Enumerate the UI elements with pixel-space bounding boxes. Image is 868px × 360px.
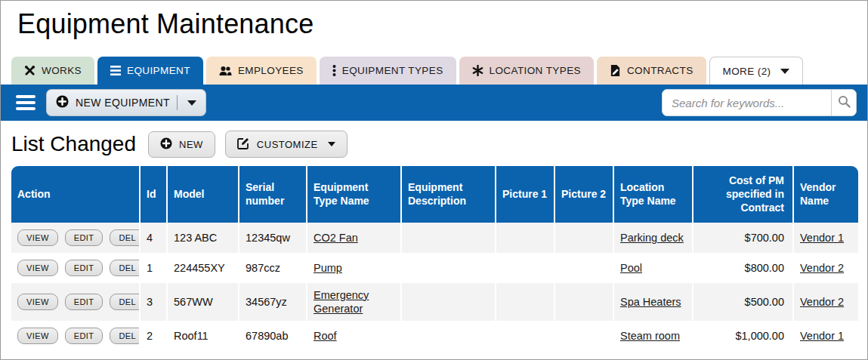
del-button[interactable]: DEL	[110, 260, 141, 276]
view-button[interactable]: VIEW	[17, 260, 58, 276]
new-equipment-label: NEW EQUIPMENT	[76, 97, 170, 109]
col-picture-2: Picture 2	[555, 166, 614, 223]
col-cost-of-pm: Cost of PM specified in Contract	[693, 166, 794, 223]
edit-button[interactable]: EDIT	[65, 229, 103, 246]
tab-location-types[interactable]: LOCATION TYPES	[459, 57, 594, 85]
cell-picture2	[555, 253, 614, 283]
tab-more[interactable]: MORE (2)	[709, 57, 803, 85]
plus-circle-icon	[56, 95, 69, 110]
cell-description	[402, 223, 496, 253]
tab-label: EQUIPMENT TYPES	[342, 65, 443, 76]
equipment-type-link[interactable]: Emergency Generator	[314, 289, 369, 315]
list-title: List Changed	[11, 132, 136, 156]
tab-label: LOCATION TYPES	[490, 65, 581, 76]
tab-bar: WORKS EQUIPMENT EMPLOYEES EQUIPMENT TYPE…	[11, 57, 867, 85]
col-vendor-name: Vendor Name	[794, 166, 858, 223]
tab-label: EMPLOYEES	[238, 65, 304, 76]
location-type-link[interactable]: Parking deck	[620, 232, 684, 244]
edit-square-icon	[237, 137, 250, 152]
cell-picture1	[496, 223, 555, 253]
cell-serial: 12345qw	[239, 223, 307, 253]
new-button-label: NEW	[179, 139, 203, 150]
vendor-link[interactable]: Vendor 2	[800, 296, 844, 308]
cell-cost: $700.00	[693, 223, 794, 253]
search-box	[662, 89, 857, 116]
tab-employees[interactable]: EMPLOYEES	[206, 57, 317, 85]
contract-icon	[610, 65, 621, 76]
location-type-link[interactable]: Spa Heaters	[620, 296, 681, 308]
cell-model: 567WW	[168, 283, 239, 321]
new-equipment-button[interactable]: NEW EQUIPMENT	[46, 89, 206, 116]
table-header: Action Id Model Serial number Equipment …	[11, 166, 858, 223]
view-button[interactable]: VIEW	[17, 328, 58, 344]
edit-button[interactable]: EDIT	[65, 294, 103, 310]
cell-picture1	[496, 321, 555, 351]
customize-button-label: CUSTOMIZE	[257, 139, 318, 150]
cell-picture2	[555, 321, 614, 351]
new-button[interactable]: NEW	[148, 131, 215, 158]
vendor-link[interactable]: Vendor 2	[800, 262, 844, 274]
col-equipment-type-name: Equipment Type Name	[307, 166, 402, 223]
cell-picture1	[496, 253, 555, 283]
equipment-type-link[interactable]: CO2 Fan	[314, 232, 358, 244]
table-row: VIEW EDIT DEL 4 123 ABC 12345qw CO2 Fan …	[11, 223, 858, 253]
del-button[interactable]: DEL	[110, 328, 141, 344]
cell-serial: 67890ab	[239, 321, 307, 351]
tab-label: CONTRACTS	[627, 65, 693, 76]
col-model: Model	[168, 166, 239, 223]
col-action: Action	[11, 166, 141, 223]
tab-works[interactable]: WORKS	[11, 57, 94, 85]
location-type-link[interactable]: Pool	[620, 262, 642, 274]
chevron-down-icon	[780, 69, 789, 74]
col-serial-number: Serial number	[239, 166, 307, 223]
cell-cost: $800.00	[693, 253, 794, 283]
cell-model: 224455XY	[168, 253, 239, 283]
people-icon	[219, 66, 232, 76]
tab-equipment[interactable]: EQUIPMENT	[97, 57, 203, 85]
col-equipment-description: Equipment Description	[402, 166, 496, 223]
location-type-link[interactable]: Steam room	[620, 330, 680, 342]
page-title: Equipment Maintenance	[17, 8, 867, 40]
tab-contracts[interactable]: CONTRACTS	[597, 57, 706, 85]
tools-icon	[24, 65, 36, 76]
tab-equipment-types[interactable]: EQUIPMENT TYPES	[320, 57, 456, 85]
vendor-link[interactable]: Vendor 1	[800, 330, 844, 342]
search-button[interactable]	[831, 90, 856, 115]
cell-picture1	[496, 283, 555, 321]
cell-serial: 34567yz	[239, 283, 307, 321]
vendor-link[interactable]: Vendor 1	[800, 232, 844, 244]
cell-model: 123 ABC	[168, 223, 239, 253]
list-header: List Changed NEW CUSTOMIZE	[1, 121, 867, 166]
cell-cost: $1,000.00	[693, 321, 794, 351]
equipment-type-link[interactable]: Roof	[314, 330, 337, 342]
del-button[interactable]: DEL	[110, 229, 141, 246]
cell-cost: $500.00	[693, 283, 794, 321]
del-button[interactable]: DEL	[110, 294, 141, 310]
table-row: VIEW EDIT DEL 2 Roof11 67890ab Roof Stea…	[11, 321, 858, 351]
view-button[interactable]: VIEW	[17, 294, 58, 310]
cell-description	[402, 321, 496, 351]
button-divider	[177, 95, 178, 110]
app-window: Equipment Maintenance WORKS EQUIPMENT EM…	[0, 0, 868, 360]
chevron-down-icon	[187, 100, 196, 106]
equipment-type-link[interactable]: Pump	[314, 262, 342, 274]
search-input[interactable]	[663, 90, 831, 115]
action-toolbar: NEW EQUIPMENT	[1, 85, 867, 121]
view-button[interactable]: VIEW	[17, 229, 58, 246]
customize-button[interactable]: CUSTOMIZE	[225, 131, 348, 158]
edit-button[interactable]: EDIT	[65, 328, 103, 344]
tab-label: EQUIPMENT	[127, 65, 190, 76]
plus-circle-icon	[160, 137, 172, 152]
list-icon	[110, 66, 121, 75]
col-id: Id	[141, 166, 168, 223]
menu-icon[interactable]	[16, 95, 36, 110]
col-location-type-name: Location Type Name	[614, 166, 693, 223]
cell-id: 2	[141, 321, 168, 351]
asterisk-icon	[472, 65, 483, 76]
cell-id: 1	[141, 253, 168, 283]
edit-button[interactable]: EDIT	[65, 260, 103, 276]
equipment-table: Action Id Model Serial number Equipment …	[11, 166, 858, 351]
cell-serial: 987ccz	[239, 253, 307, 283]
cell-id: 3	[141, 283, 168, 321]
dots-vertical-icon	[332, 65, 336, 76]
